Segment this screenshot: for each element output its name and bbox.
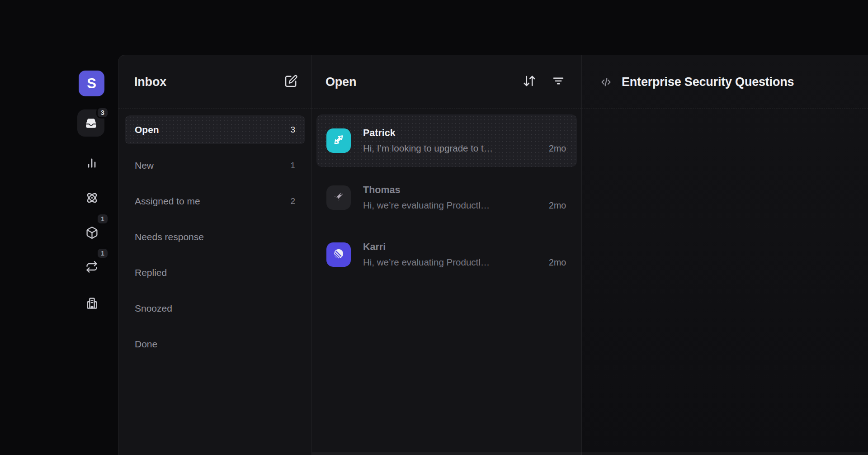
conversation-row-karri[interactable]: Karri Hi, we’re evaluating Productl… 2mo [316,228,577,281]
status-list: Open 3 New 1 Assigned to me 2 Needs resp… [118,109,311,372]
inbox-tray-icon [85,117,97,129]
cube-icon [85,226,99,239]
sort-button[interactable] [523,74,536,90]
sidebar-item-automation[interactable] [78,184,105,211]
avatar [326,185,351,210]
status-label: Needs response [135,232,204,242]
products-count-badge: 1 [96,213,109,225]
status-row-snoozed[interactable]: Snoozed [125,294,305,323]
filter-button[interactable] [552,74,565,90]
sort-arrows-icon [523,74,536,90]
detail-title: Enterprise Security Questions [622,75,794,89]
conversation-preview: Hi, I’m looking to upgrade to t… [363,143,541,154]
status-row-needs-response[interactable]: Needs response [125,223,305,251]
code-icon [599,75,613,89]
status-count: 1 [290,161,295,171]
nav-rail: S 3 [0,0,118,455]
detail-body [582,109,868,455]
detail-header: Enterprise Security Questions [582,55,868,109]
inbox-count-badge: 3 [96,107,109,118]
avatar [326,128,351,153]
app-logo[interactable]: S [79,71,104,96]
conversation-row-thomas[interactable]: Thomas Hi, we’re evaluating Productl… 2m… [316,171,577,224]
status-label: New [135,160,154,171]
repeat-arrows-icon [85,261,98,273]
linear-globe-icon [330,245,347,264]
conversation-list-panel: Open [312,55,582,455]
conversation-text: Thomas Hi, we’re evaluating Productl… 2m… [363,185,566,211]
conversation-preview: Hi, we’re evaluating Productl… [363,257,541,268]
inbox-panel-header: Inbox [118,55,311,109]
status-label: Snoozed [135,303,172,314]
status-label: Done [135,339,157,350]
status-row-open[interactable]: Open 3 [125,115,305,144]
conversation-list: Patrick Hi, I’m looking to upgrade to t…… [312,109,581,291]
inbox-panel: Inbox Open 3 New 1 Assigned to me [118,55,312,455]
status-row-new[interactable]: New 1 [125,151,305,180]
compose-icon [284,74,298,90]
conversation-text: Patrick Hi, I’m looking to upgrade to t…… [363,128,566,154]
conversation-list-title: Open [326,75,356,89]
status-count: 2 [290,196,295,206]
filter-lines-icon [552,74,565,90]
main-surface: Inbox Open 3 New 1 Assigned to me [118,55,868,455]
conversation-row-patrick[interactable]: Patrick Hi, I’m looking to upgrade to t…… [316,114,577,167]
conversation-name: Karri [363,242,566,253]
conversation-name: Thomas [363,185,566,196]
compose-button[interactable] [284,74,298,90]
workflows-count-badge: 1 [96,247,109,259]
conversation-preview: Hi, we’re evaluating Productl… [363,200,541,211]
status-label: Open [135,124,159,135]
diagonal-swap-arrows-icon [330,132,347,150]
atom-icon [85,191,99,205]
sidebar-item-company[interactable] [78,289,105,317]
status-label: Assigned to me [135,196,200,207]
sidebar-item-insights[interactable] [78,149,105,176]
conversation-time: 2mo [549,200,566,211]
conversation-text: Karri Hi, we’re evaluating Productl… 2mo [363,242,566,268]
avatar [326,242,351,267]
conversation-time: 2mo [549,257,566,268]
status-row-done[interactable]: Done [125,330,305,359]
status-row-assigned[interactable]: Assigned to me 2 [125,187,305,216]
building-icon [85,296,99,310]
bar-chart-icon [85,156,98,169]
inbox-panel-title: Inbox [134,75,166,89]
conversation-list-header: Open [312,55,581,109]
conversation-time: 2mo [549,143,566,154]
status-row-replied[interactable]: Replied [125,258,305,287]
status-label: Replied [135,267,167,278]
status-count: 3 [290,125,295,135]
conversation-name: Patrick [363,128,566,139]
hatched-arrow-icon [331,189,346,206]
detail-panel: Enterprise Security Questions [582,55,868,455]
